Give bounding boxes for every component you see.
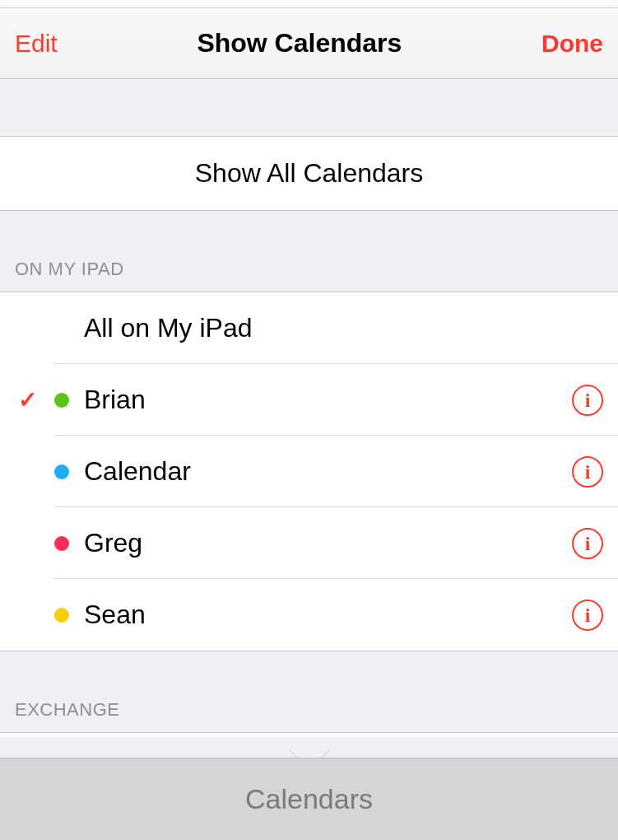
color-dot-icon	[54, 464, 69, 479]
show-all-calendars-button[interactable]: Show All Calendars	[0, 137, 618, 211]
calendar-row-sean[interactable]: Sean i	[0, 579, 618, 651]
info-icon[interactable]: i	[572, 456, 603, 488]
color-dot-icon	[54, 393, 69, 408]
info-icon[interactable]: i	[572, 385, 603, 416]
calendar-name-label: Brian	[84, 385, 572, 415]
all-on-my-ipad-row[interactable]: All on My iPad	[0, 292, 618, 364]
bottom-toolbar: Calendars	[0, 758, 618, 840]
check-column: ✓	[0, 386, 54, 413]
calendars-button[interactable]: Calendars	[245, 783, 373, 815]
header-gap	[0, 79, 618, 137]
calendar-name-label: Sean	[84, 600, 572, 630]
popover-title: Show Calendars	[197, 28, 402, 58]
edit-button[interactable]: Edit	[15, 30, 58, 58]
calendar-row-greg[interactable]: Greg i	[0, 507, 618, 579]
color-dot-icon	[54, 608, 69, 623]
exchange-list	[0, 732, 618, 737]
calendar-row-brian[interactable]: ✓ Brian i	[0, 364, 618, 436]
info-icon[interactable]: i	[572, 600, 603, 631]
popover-header: Edit Show Calendars Done	[0, 8, 618, 79]
calendar-name-label: Calendar	[84, 456, 572, 487]
info-icon[interactable]: i	[572, 528, 603, 559]
calendar-name-label: Greg	[84, 528, 572, 558]
on-my-ipad-list: All on My iPad ✓ Brian i Calendar i Greg	[0, 292, 618, 651]
checkmark-icon: ✓	[18, 386, 37, 413]
calendar-row-calendar[interactable]: Calendar i	[0, 436, 618, 507]
section-header-exchange: Exchange	[0, 651, 618, 732]
color-dot-icon	[54, 536, 69, 551]
section-header-on-my-ipad: On My iPad	[0, 211, 618, 292]
show-calendars-popover: Edit Show Calendars Done Show All Calend…	[0, 7, 618, 758]
all-on-my-ipad-label: All on My iPad	[84, 313, 603, 343]
done-button[interactable]: Done	[541, 30, 603, 58]
